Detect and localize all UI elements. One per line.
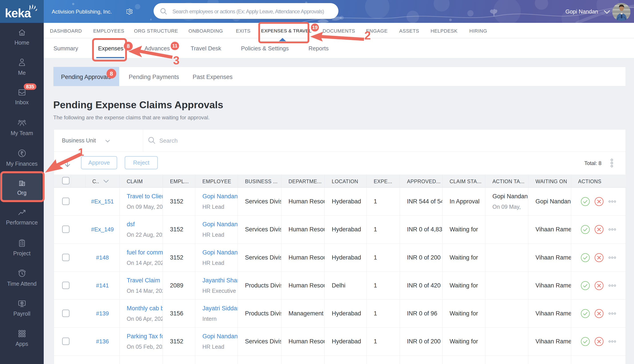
- svg-text:2: 2: [364, 29, 371, 42]
- svg-text:1: 1: [78, 146, 84, 158]
- svg-text:3: 3: [173, 54, 180, 66]
